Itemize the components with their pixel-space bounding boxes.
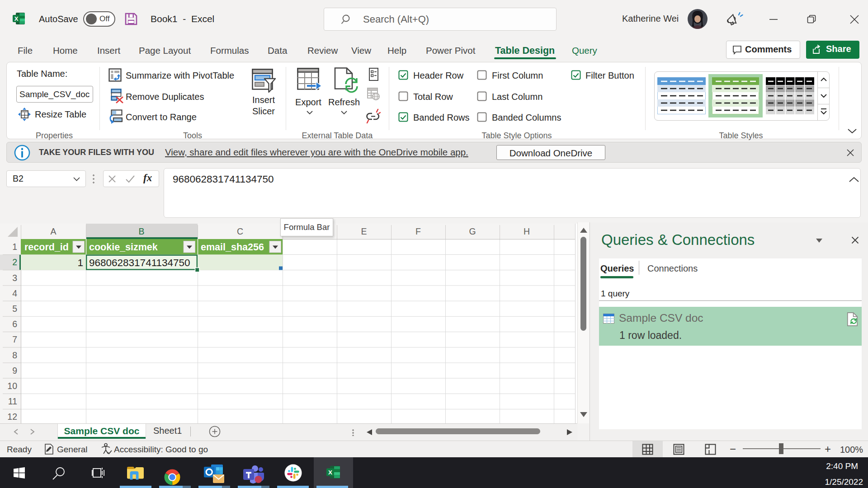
svg-text:C: C — [237, 226, 243, 236]
svg-text:9: 9 — [12, 366, 17, 375]
svg-text:cookie_sizmek: cookie_sizmek — [89, 242, 158, 253]
svg-text:E: E — [361, 226, 367, 236]
svg-text:record_id: record_id — [24, 242, 69, 253]
svg-text:F: F — [415, 226, 421, 236]
svg-text:2: 2 — [12, 257, 17, 267]
svg-text:7: 7 — [12, 334, 17, 344]
svg-text:email_sha256: email_sha256 — [201, 242, 264, 253]
svg-text:H: H — [524, 226, 530, 236]
svg-text:968062831741134750: 968062831741134750 — [89, 257, 190, 268]
svg-text:8: 8 — [12, 350, 17, 360]
svg-text:12: 12 — [7, 412, 17, 422]
svg-text:10: 10 — [7, 381, 17, 391]
svg-text:5: 5 — [12, 304, 17, 314]
svg-text:X: X — [328, 469, 332, 476]
svg-text:G: G — [469, 226, 476, 236]
svg-text:3: 3 — [12, 273, 17, 283]
svg-text:6: 6 — [12, 319, 17, 329]
svg-text:11: 11 — [8, 396, 17, 406]
svg-text:X: X — [14, 15, 19, 22]
svg-text:1: 1 — [77, 257, 83, 268]
svg-text:1: 1 — [12, 242, 17, 252]
svg-text:4: 4 — [12, 288, 17, 298]
svg-text:A: A — [50, 226, 56, 236]
svg-text:B: B — [138, 226, 144, 236]
